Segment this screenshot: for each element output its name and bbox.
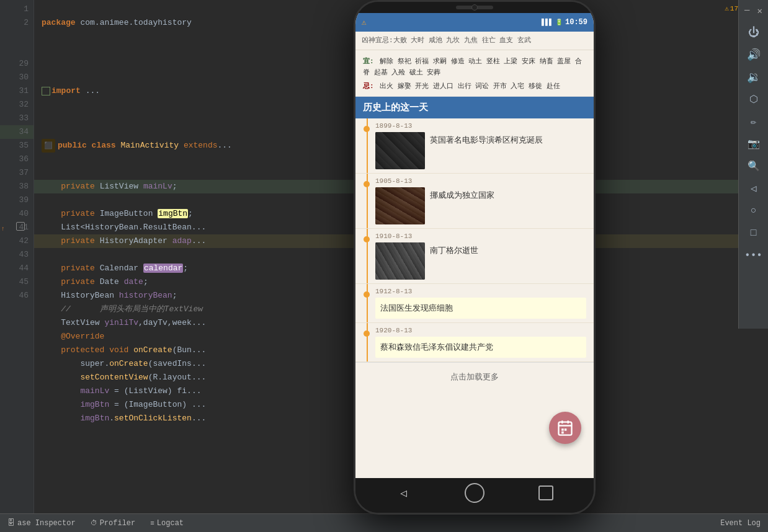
volume-up-icon-button[interactable]: 🔊 xyxy=(743,43,765,66)
profiler-icon: ⏱ xyxy=(91,519,97,527)
timeline-content: 挪威成为独立国家 xyxy=(375,187,586,224)
signal-icon: ▋▋▋ xyxy=(542,19,553,26)
top-text-content: 凶神宜忌:大败 大时 咸池 九坎 九焦 往亡 血支 玄武 xyxy=(362,35,587,46)
phone-container: ⚠ ▋▋▋ 🔋 10:59 凶神宜忌:大败 大时 咸池 九坎 九焦 往亡 血支 … xyxy=(354,0,602,521)
history-image xyxy=(375,242,425,280)
zoom-icon-button[interactable]: 🔍 xyxy=(743,155,765,177)
recents-square-icon xyxy=(538,485,553,500)
svg-rect-4 xyxy=(561,428,564,431)
rotate-icon-button[interactable]: ⬡ xyxy=(743,88,765,110)
ji-label: 忌: xyxy=(363,82,374,90)
back-icon-button[interactable]: ◁ xyxy=(743,177,765,200)
history-text-box: 蔡和森致信毛泽东倡议建共产党 xyxy=(375,337,586,358)
tab-profiler[interactable]: ⏱ Profiler xyxy=(83,514,143,532)
tab-database-inspector[interactable]: 🗄 ase Inspector xyxy=(0,514,83,532)
fab-calendar-button[interactable] xyxy=(549,412,581,444)
recents-icon-button[interactable]: □ xyxy=(743,222,765,244)
warning-count: 17 xyxy=(730,5,738,12)
ji-section: 忌: 出火 嫁娶 开光 进人口 出行 词讼 开市 入宅 移徙 赴任 xyxy=(363,80,586,91)
yi-label: 宜: xyxy=(363,58,374,65)
recents-nav-button[interactable] xyxy=(534,481,558,505)
timeline-content: 英国著名电影导演希区柯克诞辰 xyxy=(375,132,586,169)
timeline-content: 蔡和森致信毛泽东倡议建共产党 xyxy=(375,337,586,358)
camera-dot xyxy=(471,4,478,11)
timeline-date: 1905-8-13 xyxy=(375,177,586,185)
tab-logcat[interactable]: ≡ Logcat xyxy=(143,514,191,532)
event-log-label: Event Log xyxy=(720,519,761,528)
profiler-label: Profiler xyxy=(100,519,136,528)
phone-bottom xyxy=(355,508,594,515)
more-icon-button[interactable]: ••• xyxy=(743,244,765,267)
status-bar: ⚠ ▋▋▋ 🔋 10:59 xyxy=(355,13,594,32)
list-item[interactable]: 1910-8-13 南丁格尔逝世 xyxy=(355,229,594,284)
timeline: 1899-8-13 英国著名电影导演希区柯克诞辰 1905-8-13 xyxy=(355,118,594,362)
warning-icon: ⚠ xyxy=(725,4,729,12)
history-image xyxy=(375,187,425,224)
history-text: 挪威成为独立国家 xyxy=(430,187,494,201)
timeline-dot xyxy=(364,181,370,187)
timeline-date: 1920-8-13 xyxy=(375,327,586,334)
timeline-date: 1912-8-13 xyxy=(375,288,586,295)
calendar-icon xyxy=(556,419,574,437)
list-item[interactable]: 1899-8-13 英国著名电影导演希区柯克诞辰 xyxy=(355,118,594,174)
list-item[interactable]: 1905-8-13 挪威成为独立国家 xyxy=(355,174,594,229)
load-more-button[interactable]: 点击加载更多 xyxy=(355,362,594,391)
database-icon: 🗄 xyxy=(7,518,15,528)
phone-frame: ⚠ ▋▋▋ 🔋 10:59 凶神宜忌:大败 大时 咸池 九坎 九焦 往亡 血支 … xyxy=(354,0,596,515)
load-more-text: 点击加载更多 xyxy=(450,373,499,382)
line-numbers: 1 2 29 30 31 32 33 34 35 36 37 38 39 40 … xyxy=(0,0,34,521)
phone-nav-bar: ◁ xyxy=(355,478,594,508)
warning-icon-status: ⚠ xyxy=(362,17,367,27)
screenshot-icon-button[interactable]: 📷 xyxy=(743,133,765,155)
history-title: 历史上的这一天 xyxy=(363,103,428,113)
power-icon-button[interactable]: ⏻ xyxy=(743,21,765,43)
calendar-section: 宜: 解除 祭祀 祈福 求嗣 修造 动土 竖柱 上梁 安床 纳畜 盖屋 合脊 起… xyxy=(355,50,594,97)
logcat-icon: ≡ xyxy=(150,520,154,527)
list-item[interactable]: 1912-8-13 法国医生发现癌细胞 xyxy=(355,284,594,323)
history-text: 蔡和森致信毛泽东倡议建共产党 xyxy=(380,340,493,352)
volume-down-icon-button[interactable]: 🔉 xyxy=(743,66,765,88)
timeline-date: 1910-8-13 xyxy=(375,233,586,240)
status-right: ▋▋▋ 🔋 10:59 xyxy=(542,18,587,27)
tab-event-log[interactable]: Event Log xyxy=(713,514,768,532)
top-inauspicious-text: 凶神宜忌:大败 大时 咸池 九坎 九焦 往亡 血支 玄武 xyxy=(355,32,594,50)
history-image xyxy=(375,132,425,169)
phone-screen: ⚠ ▋▋▋ 🔋 10:59 凶神宜忌:大败 大时 咸池 九坎 九焦 往亡 血支 … xyxy=(355,13,594,478)
home-circle-icon xyxy=(465,483,484,503)
battery-icon: 🔋 xyxy=(555,19,563,26)
history-header: 历史上的这一天 xyxy=(355,97,594,118)
ji-content: 出火 嫁娶 开光 进人口 出行 词讼 开市 入宅 移徙 赴任 xyxy=(380,82,560,90)
history-text: 南丁格尔逝世 xyxy=(430,242,478,256)
logcat-label: Logcat xyxy=(157,519,184,528)
timeline-dot xyxy=(364,126,370,132)
home-nav-button[interactable] xyxy=(462,481,487,505)
yi-content: 解除 祭祀 祈福 求嗣 修造 动土 竖柱 上梁 安床 纳畜 盖屋 合脊 起基 入… xyxy=(363,58,582,76)
close-button[interactable]: ✕ xyxy=(754,4,766,17)
database-inspector-label: ase Inspector xyxy=(17,519,76,528)
timeline-dot xyxy=(364,291,370,298)
time-display: 10:59 xyxy=(565,18,587,27)
eraser-icon-button[interactable]: ✏ xyxy=(743,110,765,133)
right-panel: ⚠ 17 ─ ✕ ⏻ 🔊 🔉 ⬡ ✏ 📷 🔍 ◁ ○ □ ••• xyxy=(738,0,768,329)
status-left: ⚠ xyxy=(362,17,367,27)
timeline-content: 法国医生发现癌细胞 xyxy=(375,298,586,319)
timeline-dot xyxy=(364,236,370,242)
yi-section: 宜: 解除 祭祀 祈福 求嗣 修造 动土 竖柱 上梁 安床 纳畜 盖屋 合脊 起… xyxy=(363,55,586,78)
minimize-button[interactable]: ─ xyxy=(741,4,753,17)
warning-badge: ⚠ 17 xyxy=(725,4,738,12)
home-icon-button[interactable]: ○ xyxy=(743,200,765,222)
svg-rect-6 xyxy=(561,432,564,434)
back-nav-button[interactable]: ◁ xyxy=(391,481,416,505)
list-item[interactable]: 1920-8-13 蔡和森致信毛泽东倡议建共产党 xyxy=(355,323,594,362)
history-text: 法国医生发现癌细胞 xyxy=(380,301,453,313)
timeline-content: 南丁格尔逝世 xyxy=(375,242,586,280)
timeline-date: 1899-8-13 xyxy=(375,122,586,130)
timeline-dot xyxy=(364,330,370,337)
history-text: 英国著名电影导演希区柯克诞辰 xyxy=(430,132,543,146)
history-text-box: 法国医生发现癌细胞 xyxy=(375,298,586,319)
svg-rect-5 xyxy=(565,428,567,431)
